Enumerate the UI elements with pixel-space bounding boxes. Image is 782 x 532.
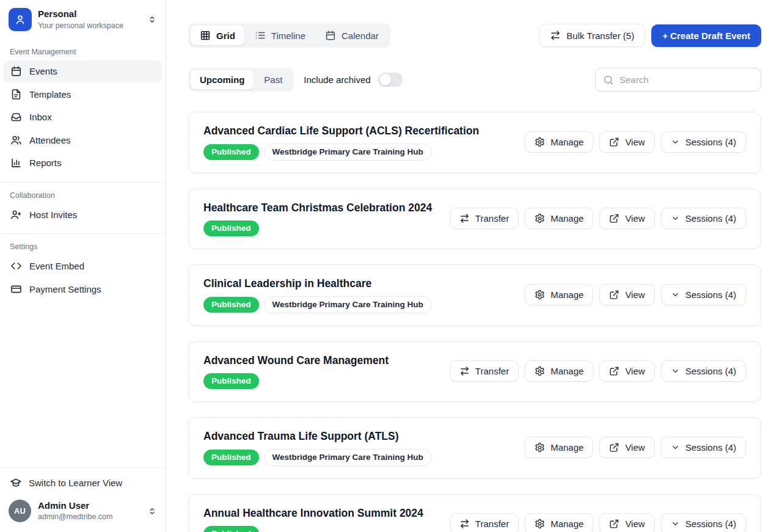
tab-timeline[interactable]: Timeline [246, 26, 315, 45]
search-input[interactable] [619, 75, 753, 85]
sidebar-item-label: Payment Settings [29, 283, 101, 296]
transfer-icon [550, 30, 561, 41]
sidebar-item-attendees[interactable]: Attendees [4, 129, 162, 151]
view-button[interactable]: View [599, 284, 654, 305]
event-title: Annual Healthcare Innovation Summit 2024 [203, 506, 423, 520]
manage-button[interactable]: Manage [525, 513, 593, 532]
chevron-down-icon [671, 290, 680, 299]
status-badge: Published [203, 450, 259, 465]
event-card: Advanced Wound Care Management Published… [188, 341, 761, 402]
sessions-button[interactable]: Sessions (4) [661, 131, 746, 153]
event-title: Healthcare Team Christmas Celebration 20… [203, 201, 432, 215]
chevron-down-icon [671, 519, 680, 528]
manage-button[interactable]: Manage [525, 131, 593, 153]
event-card: Healthcare Team Christmas Celebration 20… [188, 189, 761, 249]
sessions-button[interactable]: Sessions (4) [661, 284, 746, 305]
sidebar-item-templates[interactable]: Templates [4, 84, 162, 106]
switch-to-learner-view-label: Switch to Learner View [29, 478, 122, 488]
gear-icon [535, 442, 545, 453]
external-link-icon [609, 290, 619, 300]
view-button[interactable]: View [599, 131, 654, 153]
calendar-icon [325, 30, 336, 41]
view-tab-group: Grid Timeline Calendar [188, 23, 390, 48]
main-content: Grid Timeline Calendar Bulk Transfer [166, 0, 782, 532]
status-badge: Published [203, 526, 259, 532]
divider [0, 233, 166, 234]
sidebar-item-event-embed[interactable]: Event Embed [4, 255, 162, 277]
chevron-down-icon [671, 137, 680, 147]
event-list: Advanced Cardiac Life Support (ACLS) Rec… [188, 112, 761, 532]
user-menu[interactable]: AU Admin User admin@medtribe.com [0, 492, 166, 532]
time-tab-group: Upcoming Past [188, 68, 294, 92]
event-title: Advanced Trauma Life Support (ATLS) [203, 429, 432, 443]
tab-upcoming[interactable]: Upcoming [191, 70, 254, 89]
event-title: Clinical Leadership in Healthcare [203, 277, 432, 291]
transfer-icon [459, 519, 470, 529]
view-button[interactable]: View [599, 437, 654, 458]
chevron-down-icon [671, 214, 680, 223]
sessions-button[interactable]: Sessions (4) [661, 360, 746, 382]
gear-icon [535, 290, 545, 300]
manage-button[interactable]: Manage [525, 437, 593, 458]
view-button[interactable]: View [599, 513, 654, 532]
workspace-switcher[interactable]: Personal Your personal workspace [0, 0, 166, 39]
switch-to-learner-view[interactable]: Switch to Learner View [0, 468, 166, 492]
tab-grid[interactable]: Grid [191, 26, 244, 45]
sessions-button[interactable]: Sessions (4) [661, 208, 746, 229]
toggle-knob [379, 74, 391, 86]
sessions-button[interactable]: Sessions (4) [661, 437, 746, 458]
grid-icon [200, 30, 211, 41]
credit-card-icon [10, 283, 22, 295]
view-button[interactable]: View [599, 360, 654, 382]
org-badge: Westbridge Primary Care Training Hub [264, 296, 432, 313]
gear-icon [535, 137, 545, 147]
sidebar-item-events[interactable]: Events [4, 60, 162, 82]
event-card: Clinical Leadership in Healthcare Publis… [188, 264, 761, 326]
transfer-icon [459, 366, 470, 376]
search-icon [603, 75, 614, 86]
bulk-transfer-label: Bulk Transfer (5) [566, 31, 634, 41]
org-badge: Westbridge Primary Care Training Hub [264, 449, 432, 466]
sidebar-item-payment-settings[interactable]: Payment Settings [4, 279, 162, 301]
transfer-button[interactable]: Transfer [450, 513, 519, 532]
sidebar-item-host-invites[interactable]: Host Invites [4, 204, 162, 226]
sidebar-item-label: Templates [29, 89, 71, 101]
view-button[interactable]: View [599, 208, 654, 229]
sidebar-item-label: Event Embed [29, 260, 84, 272]
transfer-button[interactable]: Transfer [450, 208, 519, 229]
sidebar-item-inbox[interactable]: Inbox [4, 106, 162, 128]
gear-icon [535, 366, 545, 376]
user-plus-icon [10, 209, 22, 220]
graduation-cap-icon [10, 476, 22, 489]
gear-icon [535, 519, 545, 529]
sidebar-item-label: Inbox [29, 111, 52, 123]
tab-label: Upcoming [200, 75, 244, 85]
file-icon [10, 89, 22, 100]
bulk-transfer-button[interactable]: Bulk Transfer (5) [539, 24, 645, 47]
tab-label: Calendar [342, 31, 379, 41]
sessions-button[interactable]: Sessions (4) [661, 513, 746, 532]
tab-calendar[interactable]: Calendar [316, 26, 388, 45]
section-label-collaboration: Collaboration [0, 191, 166, 200]
manage-button[interactable]: Manage [525, 360, 593, 382]
create-draft-event-label: + Create Draft Event [662, 31, 750, 41]
event-title: Advanced Cardiac Life Support (ACLS) Rec… [203, 124, 479, 138]
avatar: AU [9, 500, 31, 522]
filter-row: Upcoming Past Include archived [188, 68, 761, 92]
gear-icon [535, 213, 545, 224]
user-email: admin@medtribe.com [38, 512, 141, 522]
status-badge: Published [203, 373, 259, 389]
chevrons-up-down-icon [147, 506, 157, 516]
inbox-icon [10, 111, 22, 123]
chevrons-up-down-icon [147, 15, 157, 24]
sidebar-item-label: Attendees [29, 134, 71, 147]
include-archived-toggle[interactable] [378, 73, 403, 87]
status-badge: Published [203, 297, 259, 313]
create-draft-event-button[interactable]: + Create Draft Event [651, 24, 761, 47]
tab-label: Grid [216, 31, 235, 41]
manage-button[interactable]: Manage [525, 284, 593, 305]
transfer-button[interactable]: Transfer [450, 360, 519, 382]
tab-past[interactable]: Past [255, 70, 291, 89]
sidebar-item-reports[interactable]: Reports [4, 152, 162, 174]
manage-button[interactable]: Manage [525, 208, 593, 229]
